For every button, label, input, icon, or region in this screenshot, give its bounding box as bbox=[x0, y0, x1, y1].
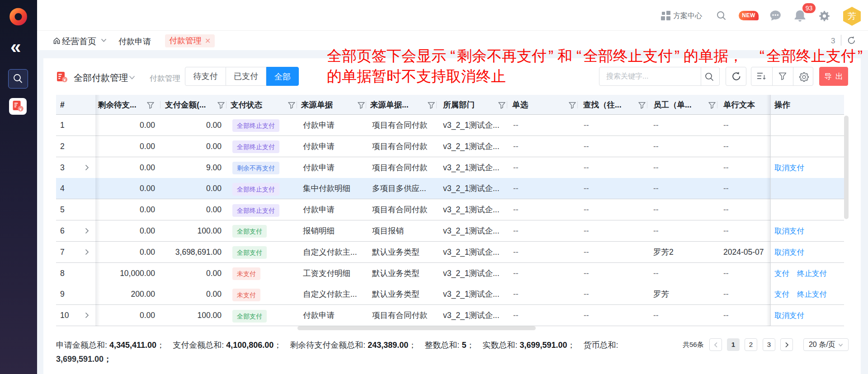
svg-text:¥: ¥ bbox=[19, 107, 22, 112]
svg-text:¥: ¥ bbox=[63, 78, 66, 82]
